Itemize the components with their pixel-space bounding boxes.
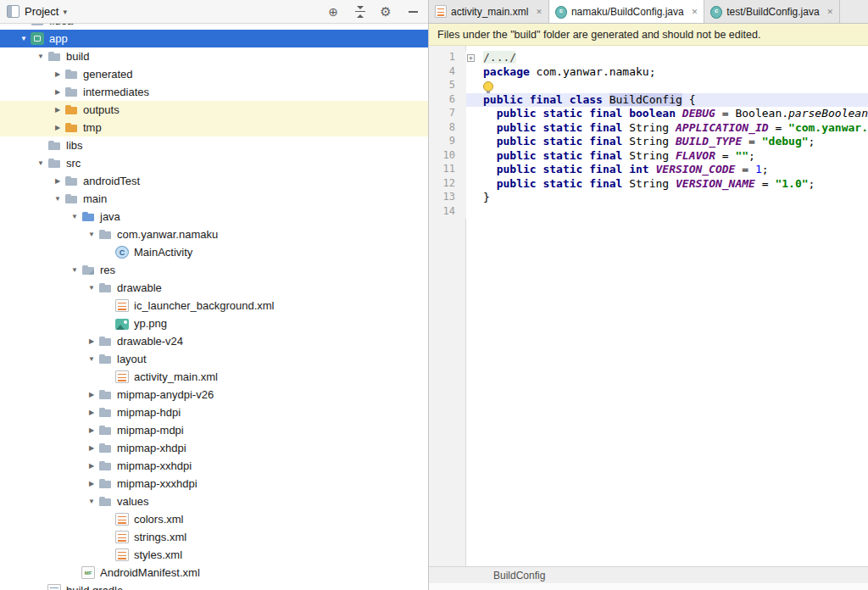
gutter-line-number[interactable]: 9 [429, 135, 466, 149]
tree-item-tmp[interactable]: ▶tmp [0, 119, 428, 136]
tree-item-androidtest[interactable]: ▶androidTest [0, 172, 428, 190]
code-line[interactable]: 1+/.../ [429, 51, 868, 65]
chevron-collapsed-icon[interactable]: ▶ [85, 480, 98, 487]
tree-item-res[interactable]: ▼res [0, 261, 428, 279]
collapse-all-icon[interactable] [354, 6, 366, 18]
chevron-collapsed-icon[interactable]: ▶ [85, 444, 98, 452]
code-line[interactable]: 10 public static final String FLAVOR = "… [429, 149, 868, 164]
tree-item-com-yanwar-namaku[interactable]: ▼com.yanwar.namaku [0, 225, 428, 243]
chevron-collapsed-icon[interactable]: ▶ [85, 337, 98, 345]
chevron-expanded-icon[interactable]: ▼ [68, 266, 81, 274]
settings-gear-icon[interactable]: ⚙ [378, 4, 393, 19]
tree-item-mipmap-xxhdpi[interactable]: ▶mipmap-xxhdpi [0, 457, 428, 475]
tree-item-build-gradle[interactable]: build.gradle [0, 582, 428, 590]
chevron-expanded-icon[interactable]: ▼ [34, 159, 47, 167]
tree-item-mainactivity[interactable]: MainActivity [0, 243, 428, 261]
tree-item-label: mipmap-anydpi-v26 [117, 386, 214, 404]
gutter-line-number[interactable]: 4 [429, 65, 466, 80]
tree-item-java[interactable]: ▼java [0, 208, 428, 225]
chevron-expanded-icon[interactable]: ▼ [85, 231, 98, 238]
tree-item-main[interactable]: ▼main [0, 190, 428, 208]
tree-item-mipmap-hdpi[interactable]: ▶mipmap-hdpi [0, 404, 428, 421]
code-line[interactable]: 8 public static final String APPLICATION… [429, 121, 868, 136]
intention-bulb-icon[interactable] [483, 81, 493, 92]
tree-item-generated[interactable]: ▶generated [0, 65, 428, 83]
chevron-expanded-icon[interactable]: ▼ [51, 195, 64, 203]
chevron-collapsed-icon[interactable]: ▶ [85, 462, 98, 470]
gutter-line-number[interactable]: 11 [429, 163, 466, 177]
code-line[interactable]: 6public final class BuildConfig { [429, 93, 868, 108]
gutter-line-number[interactable]: 5 [429, 79, 466, 93]
tree-item-idea[interactable]: ▶.idea [0, 24, 428, 30]
tree-item-colors-xml[interactable]: colors.xml [0, 510, 428, 528]
chevron-collapsed-icon[interactable]: ▶ [51, 106, 64, 114]
code-line[interactable]: 12 public static final String VERSION_NA… [429, 177, 868, 192]
gutter-line-number[interactable]: 12 [429, 177, 466, 192]
code-line[interactable]: 11 public static final int VERSION_CODE … [429, 163, 868, 177]
chevron-expanded-icon[interactable]: ▼ [34, 53, 47, 60]
project-view-selector[interactable]: Project ▾ [25, 5, 67, 18]
tree-item-ic-launcher-background-xml[interactable]: ic_launcher_background.xml [0, 297, 428, 314]
breadcrumb-item[interactable]: BuildConfig [493, 570, 545, 582]
chevron-collapsed-icon[interactable]: ▶ [85, 426, 98, 434]
tree-item-mipmap-anydpi-v26[interactable]: ▶mipmap-anydpi-v26 [0, 386, 428, 404]
chevron-expanded-icon[interactable]: ▼ [85, 355, 98, 363]
chevron-expanded-icon[interactable]: ▼ [17, 35, 31, 42]
tab-close-icon[interactable]: ✕ [827, 8, 834, 16]
code-line[interactable]: 5 [429, 79, 868, 93]
tree-item-layout[interactable]: ▼layout [0, 350, 428, 368]
code-line[interactable]: 4package com.yanwar.namaku; [429, 65, 868, 80]
tree-item-libs[interactable]: libs [0, 136, 428, 154]
tab-namaku-buildconfig-java[interactable]: namaku/BuildConfig.java✕ [549, 0, 704, 23]
tree-item-outputs[interactable]: ▶outputs [0, 101, 428, 119]
tab-label: activity_main.xml [451, 6, 528, 18]
chevron-expanded-icon[interactable]: ▼ [85, 284, 98, 292]
gutter-line-number[interactable]: 1 [429, 51, 466, 65]
tab-test-buildconfig-java[interactable]: test/BuildConfig.java✕ [704, 0, 840, 23]
tab-close-icon[interactable]: ✕ [692, 8, 698, 16]
gutter-line-number[interactable]: 6 [429, 93, 466, 108]
fold-marker-icon[interactable]: + [467, 54, 475, 62]
code-line[interactable]: 13} [429, 191, 868, 205]
tab-close-icon[interactable]: ✕ [536, 8, 542, 16]
tab-activity-main-xml[interactable]: activity_main.xml✕ [429, 0, 549, 23]
hide-panel-icon[interactable] [409, 11, 418, 13]
code-token: APPLICATION_ID [676, 121, 769, 134]
tree-item-values[interactable]: ▼values [0, 493, 428, 510]
chevron-collapsed-icon[interactable]: ▶ [51, 124, 64, 131]
tree-item-activity-main-xml[interactable]: activity_main.xml [0, 368, 428, 386]
tree-item-drawable-v24[interactable]: ▶drawable-v24 [0, 332, 428, 350]
tree-item-mipmap-xhdpi[interactable]: ▶mipmap-xhdpi [0, 439, 428, 457]
gutter-line-number[interactable]: 13 [429, 191, 466, 205]
editor[interactable]: 1+/.../4package com.yanwar.namaku;56publ… [429, 46, 868, 566]
locate-file-icon[interactable]: ⊕ [326, 5, 341, 19]
tree-item-styles-xml[interactable]: styles.xml [0, 546, 428, 564]
tree-item-src[interactable]: ▼src [0, 154, 428, 172]
tree-item-mipmap-mdpi[interactable]: ▶mipmap-mdpi [0, 421, 428, 439]
tree-item-intermediates[interactable]: ▶intermediates [0, 83, 428, 101]
code-line[interactable]: 7 public static final boolean DEBUG = Bo… [429, 107, 868, 121]
gutter-line-number[interactable]: 8 [429, 121, 466, 136]
chevron-collapsed-icon[interactable]: ▶ [85, 409, 98, 416]
tree-item-label: tmp [83, 119, 102, 136]
chevron-collapsed-icon[interactable]: ▶ [85, 391, 98, 398]
tree-item-build[interactable]: ▼build [0, 47, 428, 65]
tree-item-strings-xml[interactable]: strings.xml [0, 528, 428, 546]
tree-item-yp-png[interactable]: yp.png [0, 314, 428, 332]
chevron-collapsed-icon[interactable]: ▶ [51, 177, 64, 185]
code-line[interactable]: 9 public static final String BUILD_TYPE … [429, 135, 868, 149]
folder-icon [31, 24, 44, 28]
code-line[interactable]: 14 [429, 205, 868, 220]
tree-item-mipmap-xxxhdpi[interactable]: ▶mipmap-xxxhdpi [0, 475, 428, 493]
tree-item-app[interactable]: ▼app [0, 30, 428, 47]
chevron-collapsed-icon[interactable]: ▶ [51, 70, 64, 78]
tree-item-drawable[interactable]: ▼drawable [0, 279, 428, 297]
tree-item-androidmanifest-xml[interactable]: AndroidManifest.xml [0, 564, 428, 582]
chevron-expanded-icon[interactable]: ▼ [85, 498, 98, 505]
chevron-collapsed-icon[interactable]: ▶ [17, 24, 31, 25]
gutter-line-number[interactable]: 14 [429, 205, 466, 220]
gutter-line-number[interactable]: 7 [429, 107, 466, 121]
gutter-line-number[interactable]: 10 [429, 149, 466, 164]
chevron-collapsed-icon[interactable]: ▶ [51, 88, 64, 96]
chevron-expanded-icon[interactable]: ▼ [68, 213, 81, 220]
